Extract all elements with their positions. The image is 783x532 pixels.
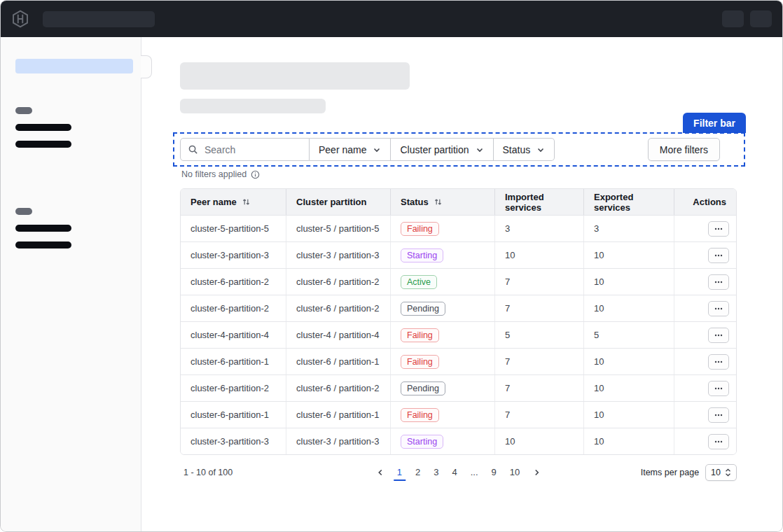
cell-cluster-partition: cluster-4 / partition-4 [286, 322, 390, 348]
ellipsis-icon [714, 440, 723, 443]
cell-exported: 3 [583, 216, 674, 241]
status-badge: Starting [401, 435, 443, 449]
pager-page-4[interactable]: 4 [448, 465, 460, 481]
hashicorp-logo-icon [11, 10, 29, 28]
row-actions-button[interactable] [708, 407, 729, 423]
ellipsis-icon [714, 307, 723, 310]
sidebar-item-skeleton [15, 241, 71, 248]
cell-peer-name: cluster-3-partition-3 [181, 428, 286, 454]
more-filters-button[interactable]: More filters [648, 138, 720, 161]
chevron-down-icon [536, 146, 545, 154]
cell-imported: 7 [494, 295, 583, 321]
cell-cluster-partition: cluster-6 / partition-1 [286, 402, 390, 428]
cell-exported: 10 [583, 269, 674, 295]
select-stepper-icon [725, 468, 731, 477]
sidebar-item-skeleton [15, 141, 71, 148]
chevron-down-icon [373, 146, 381, 154]
items-per-page-select[interactable]: 10 [705, 464, 737, 481]
ellipsis-icon [714, 360, 723, 363]
cell-imported: 5 [494, 322, 583, 348]
app-window: Filter bar [0, 0, 783, 532]
cell-peer-name: cluster-4-partition-4 [181, 322, 286, 348]
cell-exported: 10 [583, 242, 674, 268]
cell-cluster-partition: cluster-6 / partition-1 [286, 349, 390, 374]
row-actions-button[interactable] [708, 381, 729, 396]
cell-imported: 10 [494, 428, 583, 454]
status-badge: Failing [401, 355, 439, 369]
status-badge: Failing [401, 328, 439, 342]
row-actions-button[interactable] [708, 248, 729, 263]
column-header-peer-name[interactable]: Peer name [181, 189, 286, 215]
table-row: cluster-5-partition-5 cluster-5 / partit… [181, 215, 736, 241]
cell-peer-name: cluster-6-partition-2 [181, 375, 286, 401]
sidebar-collapse-handle[interactable] [141, 55, 152, 78]
ellipsis-icon [714, 334, 723, 337]
status-badge: Starting [401, 248, 443, 262]
pager-page-2[interactable]: 2 [412, 465, 424, 481]
search-icon [188, 144, 198, 155]
cell-cluster-partition: cluster-6 / partition-2 [286, 269, 390, 295]
cell-exported: 5 [583, 322, 674, 348]
pager-page-3[interactable]: 3 [430, 465, 442, 481]
info-icon[interactable] [251, 170, 260, 179]
page-subtitle-skeleton [180, 99, 326, 113]
search-field[interactable] [180, 138, 310, 161]
cell-cluster-partition: cluster-6 / partition-2 [286, 375, 390, 401]
pager-page-9[interactable]: 9 [488, 465, 500, 481]
status-badge: Failing [401, 408, 439, 422]
main-area: Filter bar [141, 37, 782, 531]
table-row: cluster-4-partition-4 cluster-4 / partit… [181, 321, 736, 348]
cell-exported: 10 [583, 428, 674, 454]
filters-applied-status: No filters applied [181, 169, 782, 179]
sort-icon [242, 197, 251, 206]
column-header-imported-services: Imported services [494, 189, 583, 215]
previous-page-button[interactable] [373, 467, 387, 478]
ellipsis-icon [714, 254, 723, 257]
table-row: cluster-6-partition-1 cluster-6 / partit… [181, 401, 736, 428]
pager-page-10[interactable]: 10 [506, 465, 523, 481]
pager-ellipsis: ... [467, 465, 482, 481]
row-actions-button[interactable] [708, 221, 729, 237]
table-row: cluster-3-partition-3 cluster-3 / partit… [181, 241, 736, 268]
ellipsis-icon [714, 387, 723, 390]
table-row: cluster-6-partition-2 cluster-6 / partit… [181, 295, 736, 321]
row-actions-button[interactable] [708, 274, 729, 290]
row-actions-button[interactable] [708, 354, 729, 370]
cell-cluster-partition: cluster-5 / partition-5 [286, 216, 390, 241]
nav-button-skeleton [722, 10, 744, 27]
peers-table: Peer name Cluster partition Status Impor… [180, 188, 737, 455]
cell-peer-name: cluster-6-partition-1 [181, 402, 286, 428]
cell-cluster-partition: cluster-6 / partition-2 [286, 295, 390, 321]
cell-imported: 7 [494, 375, 583, 401]
cell-peer-name: cluster-6-partition-1 [181, 349, 286, 374]
cell-imported: 10 [494, 242, 583, 268]
nav-button-skeleton [750, 10, 772, 27]
row-actions-button[interactable] [708, 328, 729, 343]
search-input[interactable] [203, 144, 302, 156]
row-actions-button[interactable] [708, 434, 729, 449]
cell-cluster-partition: cluster-3 / partition-3 [286, 428, 390, 454]
sidebar-section-label-skeleton [15, 107, 32, 114]
column-header-actions: Actions [674, 189, 736, 215]
cell-peer-name: cluster-3-partition-3 [181, 242, 286, 268]
status-filter-dropdown[interactable]: Status [494, 138, 555, 161]
top-navbar [1, 1, 782, 37]
table-row: cluster-6-partition-2 cluster-6 / partit… [181, 374, 736, 401]
sidebar-active-item-skeleton [15, 59, 133, 74]
filter-toolbar: Peer name Cluster partition [180, 138, 555, 161]
status-badge: Active [401, 275, 437, 289]
cell-exported: 10 [583, 295, 674, 321]
items-per-page: Items per page 10 [641, 464, 737, 481]
column-header-cluster-partition: Cluster partition [286, 189, 390, 215]
status-badge: Pending [401, 302, 445, 316]
next-page-button[interactable] [529, 467, 543, 478]
cluster-partition-filter-dropdown[interactable]: Cluster partition [391, 138, 493, 161]
row-actions-button[interactable] [708, 301, 729, 316]
pagination-range: 1 - 10 of 100 [183, 468, 233, 477]
cell-imported: 3 [494, 216, 583, 241]
peer-name-filter-dropdown[interactable]: Peer name [310, 138, 391, 161]
sidebar [1, 37, 141, 531]
pager-page-1[interactable]: 1 [394, 465, 406, 481]
column-header-exported-services: Exported services [583, 189, 674, 215]
column-header-status[interactable]: Status [390, 189, 494, 215]
